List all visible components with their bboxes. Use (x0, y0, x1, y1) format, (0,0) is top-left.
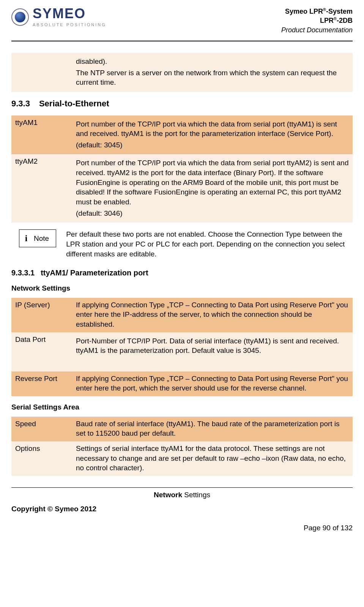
table-row: ttyAM1 Port number of the TCP/IP port vi… (11, 115, 353, 155)
note-label: Note (34, 234, 49, 243)
table-row: Speed Baud rate of serial interface (tty… (11, 417, 353, 441)
footer-section-bold: Network (154, 491, 182, 499)
doc-title: Symeo LPR®-System LPR®-2DB Product Docum… (281, 7, 353, 35)
row-label: Speed (11, 417, 72, 441)
note-block: i Note Per default these two ports are n… (19, 229, 353, 259)
row-p2: (default: 3045) (76, 140, 349, 150)
footer-section: Network Settings (11, 488, 353, 501)
title-line1-prefix: Symeo LPR (285, 8, 323, 15)
note-text: Per default these two ports are not enab… (66, 229, 353, 259)
intro-p1: disabled). (76, 57, 349, 66)
row-p2: (default: 3046) (76, 209, 349, 218)
serial-ethernet-table: ttyAM1 Port number of the TCP/IP port vi… (11, 115, 353, 223)
section-9331-heading: 9.3.3.1ttyAM1/ Parameterization port (11, 268, 353, 278)
page-footer: Network Settings Copyright © Symeo 2012 … (11, 487, 353, 533)
title-line2-prefix: LPR (320, 17, 334, 24)
footer-section-rest: Settings (182, 491, 210, 499)
brand-tagline: ABSOLUTE POSITIONING (33, 22, 106, 28)
title-line2-suffix: -2DB (337, 17, 353, 24)
section-933-title: Serial-to-Ethernet (39, 99, 109, 108)
serial-settings-table: Speed Baud rate of serial interface (tty… (11, 417, 353, 476)
reg-mark-2: ® (334, 16, 337, 21)
row-p1: Port number of the TCP/IP port via which… (76, 119, 349, 139)
intro-row: disabled). The NTP server is a server on… (11, 53, 353, 92)
reg-mark: ® (323, 7, 326, 12)
serial-settings-heading: Serial Settings Area (11, 402, 353, 412)
page-number: Page 90 of 132 (11, 516, 353, 533)
copyright: Copyright © Symeo 2012 (11, 500, 353, 516)
row-desc: Port number of the TCP/IP port via which… (72, 154, 353, 223)
row-label: Data Port (11, 332, 72, 371)
table-row: Options Settings of serial interface tty… (11, 441, 353, 476)
row-label: ttyAM1 (11, 115, 72, 155)
row-label: ttyAM2 (11, 154, 72, 223)
intro-table: disabled). The NTP server is a server on… (11, 53, 353, 92)
row-spacer (76, 357, 349, 367)
brand-name: SYMEO (33, 7, 106, 21)
logo-icon (11, 8, 29, 26)
title-line1-suffix: -System (326, 8, 353, 15)
row-desc: Baud rate of serial interface (ttyAM1). … (72, 417, 353, 441)
row-p1: Port number of the TCP/IP port via which… (76, 158, 349, 207)
row-label: Options (11, 441, 72, 476)
row-desc: Settings of serial interface ttyAM1 for … (72, 441, 353, 476)
network-settings-table: IP (Server) If applying Connection Type … (11, 298, 353, 396)
title-line3: Product Documentation (281, 25, 353, 35)
network-settings-heading: Network Settings (11, 283, 353, 293)
row-label: Reverse Port (11, 371, 72, 396)
table-row: Data Port Port-Number of TCP/IP Port. Da… (11, 332, 353, 371)
logo: SYMEO ABSOLUTE POSITIONING (11, 7, 106, 28)
intro-desc: disabled). The NTP server is a server on… (72, 53, 353, 92)
row-p: Port-Number of TCP/IP Port. Data of seri… (76, 336, 349, 356)
section-933-num: 9.3.3 (11, 98, 30, 109)
row-desc: If applying Connection Type „TCP – Conne… (72, 371, 353, 396)
row-desc: Port-Number of TCP/IP Port. Data of seri… (72, 332, 353, 371)
section-9331-num: 9.3.3.1 (11, 268, 35, 278)
section-9331-title: ttyAM1/ Parameterization port (41, 269, 148, 277)
row-desc: Port number of the TCP/IP port via which… (72, 115, 353, 155)
intro-label (11, 53, 72, 92)
row-label: IP (Server) (11, 298, 72, 332)
table-row: ttyAM2 Port number of the TCP/IP port vi… (11, 154, 353, 223)
page-header: SYMEO ABSOLUTE POSITIONING Symeo LPR®-Sy… (11, 7, 353, 38)
row-desc: If applying Connection Type „TCP – Conne… (72, 298, 353, 332)
table-row: IP (Server) If applying Connection Type … (11, 298, 353, 332)
section-933-heading: 9.3.3Serial-to-Ethernet (11, 98, 353, 109)
intro-p2: The NTP server is a server on the networ… (76, 68, 349, 87)
info-icon: i (23, 232, 29, 244)
note-box: i Note (19, 229, 56, 247)
table-row: Reverse Port If applying Connection Type… (11, 371, 353, 396)
